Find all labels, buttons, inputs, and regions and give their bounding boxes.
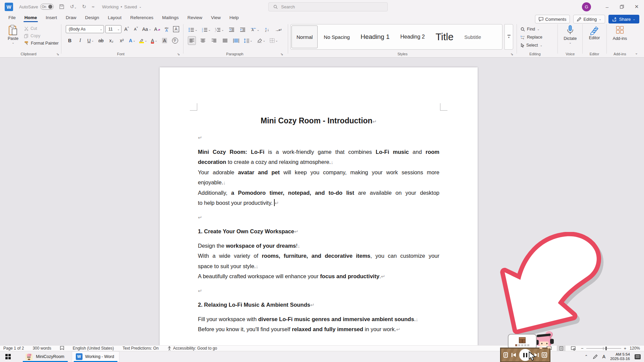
line-spacing-button[interactable]: ⌄ bbox=[243, 36, 253, 45]
tab-mailings[interactable]: Mailings bbox=[158, 15, 183, 22]
document-body[interactable]: Mini Cozy Room - Introduction↵↵Mini Cozy… bbox=[198, 113, 439, 339]
hidden-icons-chevron[interactable]: ⌃ bbox=[585, 354, 588, 359]
tab-file[interactable]: File bbox=[4, 15, 20, 22]
character-shading-button[interactable]: A bbox=[161, 36, 169, 45]
change-case-button[interactable]: Aa⌄ bbox=[142, 25, 152, 34]
customize-qat-button[interactable]: ≂ bbox=[92, 5, 95, 9]
undo-button[interactable]: ↺⌄ bbox=[70, 4, 76, 10]
doc-line[interactable]: With a wide variety of rooms, furniture,… bbox=[198, 251, 439, 261]
styles-more-button[interactable]: ▾ bbox=[504, 24, 513, 50]
page-indicator[interactable]: Page 1 of 2 bbox=[3, 346, 24, 351]
superscript-button[interactable]: x² bbox=[118, 36, 126, 45]
doc-empty-paragraph[interactable]: ↵ bbox=[198, 132, 439, 143]
doc-empty-paragraph[interactable]: ↵ bbox=[198, 286, 439, 296]
tab-layout[interactable]: Layout bbox=[104, 15, 126, 22]
select-button[interactable]: Select⌄ bbox=[521, 42, 542, 49]
doc-line[interactable]: 1. Create Your Own Cozy Workspace↵ bbox=[198, 226, 439, 237]
align-right-button[interactable] bbox=[210, 36, 218, 45]
align-center-button[interactable] bbox=[199, 36, 207, 45]
strikethrough-button[interactable]: ab bbox=[97, 36, 105, 45]
share-button[interactable]: Share ⌄ bbox=[608, 15, 639, 23]
doc-empty-paragraph[interactable]: ↵ bbox=[198, 212, 439, 223]
collapse-ribbon-button[interactable]: ⌄ bbox=[635, 51, 638, 55]
comments-button[interactable]: Comments bbox=[535, 15, 570, 23]
language-indicator[interactable]: English (United States) bbox=[73, 346, 114, 351]
close-button[interactable]: ✕ bbox=[629, 0, 644, 13]
zoom-out-button[interactable]: − bbox=[581, 346, 584, 351]
bold-button[interactable]: B bbox=[66, 36, 74, 45]
style-heading-1[interactable]: Heading 1 bbox=[356, 25, 394, 48]
zoom-slider[interactable]: − + bbox=[581, 346, 626, 351]
doc-heading-paragraph[interactable]: 1. Create Your Own Cozy Workspace↵ bbox=[198, 226, 439, 237]
shrink-font-button[interactable]: A˅ bbox=[132, 25, 140, 34]
accessibility-status[interactable]: Accessibility: Good to go bbox=[167, 346, 217, 351]
editing-mode-button[interactable]: Editing ⌄ bbox=[573, 15, 605, 23]
doc-heading-paragraph[interactable]: 2. Relaxing Lo-Fi Music & Ambient Sounds… bbox=[198, 300, 439, 310]
doc-line[interactable]: A beautifully crafted workspace will enh… bbox=[198, 271, 439, 282]
doc-line[interactable]: to help boost your productivity. ↵ bbox=[198, 198, 439, 208]
enclose-characters-button[interactable]: 字 bbox=[171, 36, 179, 45]
doc-line[interactable]: ↵ bbox=[198, 132, 439, 143]
font-name-combo[interactable]: (Body As ⌄ bbox=[66, 25, 104, 33]
doc-line[interactable]: Fill your workspace with diverse Lo-Fi m… bbox=[198, 314, 439, 324]
doc-line[interactable]: Mini Cozy Room: Lo-Fi is a work-friendly… bbox=[198, 147, 439, 157]
autosave-toggle[interactable]: On bbox=[40, 4, 54, 10]
style-subtitle[interactable]: Subtitle bbox=[460, 25, 486, 48]
style-normal[interactable]: Normal bbox=[291, 25, 318, 48]
phonetic-guide-button[interactable]: abcA bbox=[163, 25, 171, 34]
doc-body-paragraph[interactable]: Design the workspace of your dreams!↓Wit… bbox=[198, 241, 439, 282]
doc-line[interactable]: ↵ bbox=[198, 212, 439, 223]
proofing-status[interactable] bbox=[60, 346, 64, 351]
doc-line[interactable]: space to suit your style.↓ bbox=[198, 261, 439, 272]
doc-line[interactable]: 2. Relaxing Lo-Fi Music & Ambient Sounds… bbox=[198, 300, 439, 310]
zoom-percent[interactable]: 120% bbox=[630, 346, 640, 351]
multilevel-list-button[interactable]: 1ai⌄ bbox=[214, 25, 225, 34]
page[interactable]: Mini Cozy Room - Introduction↵↵Mini Cozy… bbox=[160, 67, 478, 345]
format-painter-button[interactable]: Format Painter bbox=[24, 41, 59, 46]
tab-help[interactable]: Help bbox=[225, 15, 243, 22]
subscript-button[interactable]: x₂ bbox=[107, 36, 115, 45]
add-ins-button[interactable]: Add-ins bbox=[610, 25, 630, 41]
font-size-combo[interactable]: 11 ⌄ bbox=[105, 25, 121, 33]
text-effects-button[interactable]: A⌄ bbox=[128, 36, 136, 45]
start-button[interactable] bbox=[0, 351, 16, 362]
align-left-button[interactable] bbox=[188, 36, 196, 45]
autosave-control[interactable]: AutoSave On bbox=[19, 4, 54, 10]
character-border-button[interactable]: A bbox=[172, 25, 180, 34]
tab-insert[interactable]: Insert bbox=[41, 15, 61, 22]
doc-line[interactable]: Additionally, a Pomodoro timer, notepad,… bbox=[198, 188, 439, 198]
zoom-slider-thumb[interactable] bbox=[605, 347, 607, 350]
search-input[interactable]: Search bbox=[268, 2, 388, 11]
web-layout-button[interactable] bbox=[569, 346, 578, 351]
numbered-list-button[interactable]: 123⌄ bbox=[201, 25, 212, 34]
doc-line[interactable]: decoration to create a cozy and relaxing… bbox=[198, 157, 439, 167]
ime-indicator[interactable]: A bbox=[602, 354, 605, 359]
sort-button[interactable]: AZ↓ bbox=[263, 25, 271, 34]
word-count[interactable]: 300 words bbox=[33, 346, 51, 351]
doc-line[interactable]: Before you know it, you'll find yourself… bbox=[198, 324, 439, 335]
grow-font-button[interactable]: A˄ bbox=[123, 25, 131, 34]
shading-button[interactable]: ⌄ bbox=[256, 36, 266, 45]
doc-line[interactable]: enjoyable.↓ bbox=[198, 177, 439, 188]
style-no-spacing[interactable]: No Spacing bbox=[319, 25, 355, 48]
taskbar-clock[interactable]: AM 5:54 2025-03-16 bbox=[610, 352, 630, 361]
taskbar-app-minicozyroom[interactable]: MiniCozyRoom bbox=[21, 351, 70, 362]
taskbar-app-word[interactable]: W Working - Word bbox=[72, 351, 119, 362]
font-color-button[interactable]: A⌄ bbox=[150, 36, 158, 45]
redo-button[interactable]: ↻ bbox=[82, 4, 87, 10]
account-avatar[interactable]: G bbox=[582, 2, 591, 11]
lofi-media-player-bar[interactable] bbox=[500, 348, 550, 362]
highlight-color-button[interactable]: ⌄ bbox=[139, 36, 148, 45]
restore-button[interactable] bbox=[614, 0, 629, 13]
paste-button[interactable]: Paste ⌄ bbox=[5, 25, 21, 50]
widget-settings-button[interactable] bbox=[542, 352, 547, 358]
previous-track-button[interactable] bbox=[511, 353, 516, 357]
doc-line[interactable]: Your adorable avatar and pet will keep y… bbox=[198, 167, 439, 178]
doc-line[interactable]: Mini Cozy Room - Introduction↵ bbox=[198, 113, 439, 128]
playlist-icon[interactable] bbox=[503, 352, 508, 358]
copy-button[interactable]: Copy bbox=[24, 34, 40, 38]
doc-line[interactable]: Design the workspace of your dreams!↓ bbox=[198, 241, 439, 251]
borders-button[interactable]: ⌄ bbox=[269, 36, 279, 45]
document-title[interactable]: Working • Saved ⌄ bbox=[102, 4, 142, 9]
minimize-button[interactable]: – bbox=[600, 0, 614, 13]
